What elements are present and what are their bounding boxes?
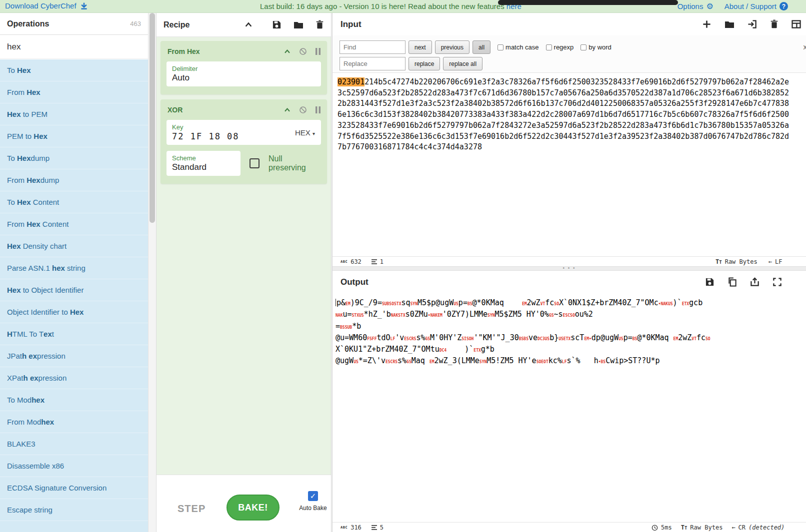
operation-item[interactable]: ECDSA Signature Conversion (0, 477, 148, 499)
input-header: Input (332, 13, 806, 35)
bake-button[interactable]: BAKE! (226, 495, 280, 521)
operation-item[interactable]: XPath expression (0, 367, 148, 389)
operation-item[interactable]: Object Identifier to Hex (0, 301, 148, 323)
operations-search-input[interactable] (7, 42, 141, 52)
input-title: Input (340, 19, 362, 29)
control-char: DC4 (440, 348, 446, 353)
collapse-op-icon[interactable] (284, 48, 291, 55)
eol-arrow-icon: ← (732, 524, 735, 531)
output-footer: ABC316 5 5ms TTRaw Bytes ←CR(detected) (332, 522, 806, 532)
recipe-op-xor[interactable]: XOR Key 72 1F 18 08 HEX ▾ (160, 99, 327, 184)
key-type-dropdown[interactable]: HEX ▾ (295, 128, 315, 137)
control-char: US (454, 302, 458, 306)
control-char: SO (706, 337, 710, 341)
output-encoding-selector[interactable]: TTRaw Bytes (681, 524, 723, 531)
control-char: US (618, 337, 624, 341)
operation-item[interactable]: Hex to PEM (0, 103, 148, 125)
control-char: EM (674, 337, 678, 341)
find-all-button[interactable]: all (472, 40, 490, 54)
load-recipe-folder-icon[interactable] (294, 20, 304, 29)
operations-header: Operations 463 (0, 13, 148, 35)
move-output-to-input-icon[interactable] (750, 277, 760, 287)
match-case-checkbox[interactable] (498, 44, 504, 50)
input-encoding-selector[interactable]: TTRaw Bytes (716, 258, 758, 265)
output-eol-selector[interactable]: ←CR(detected) (732, 524, 784, 531)
breakpoint-pause-icon[interactable] (315, 48, 321, 55)
operation-item[interactable]: To Hex (0, 59, 148, 81)
save-recipe-icon[interactable] (272, 20, 282, 29)
replace-all-button[interactable]: replace all (443, 57, 482, 70)
disable-op-icon[interactable] (299, 106, 307, 114)
operation-item[interactable]: Parse ASN.1 hex string (0, 257, 148, 279)
replace-button[interactable]: replace (408, 57, 440, 70)
control-char: BS (632, 337, 638, 341)
find-input[interactable] (340, 40, 406, 54)
null-preserving-checkbox[interactable] (250, 158, 260, 168)
about-support-link[interactable]: About / Support ? (724, 2, 788, 10)
open-file-import-icon[interactable] (748, 19, 757, 29)
control-char: EM (522, 302, 527, 306)
operation-item[interactable]: To Hexdump (0, 147, 148, 169)
regexp-checkbox[interactable] (546, 44, 552, 50)
operation-item[interactable]: Disassemble x86 (0, 455, 148, 477)
control-char: ESCRS (404, 337, 416, 341)
operation-item[interactable]: Escape string (0, 499, 148, 521)
replace-input[interactable] (340, 57, 406, 70)
clear-recipe-trash-icon[interactable] (316, 20, 324, 29)
xor-scheme-field[interactable]: Scheme Standard (166, 151, 240, 176)
by-word-label: by word (588, 43, 612, 51)
disable-op-icon[interactable] (299, 47, 307, 55)
operation-item[interactable]: PEM to Hex (0, 125, 148, 147)
auto-bake-checkbox[interactable]: ✓ (308, 491, 318, 501)
operation-item[interactable]: Hex Density chart (0, 235, 148, 257)
operation-item[interactable]: Hex to Object Identifier (0, 279, 148, 301)
recipe-op-from-hex[interactable]: From Hex Delimiter Auto (160, 41, 327, 94)
operation-item[interactable]: From Hex Content (0, 213, 148, 235)
reset-layout-icon[interactable] (792, 20, 801, 28)
recipe-list: From Hex Delimiter Auto XOR (156, 37, 331, 475)
by-word-checkbox[interactable] (580, 44, 586, 50)
find-next-button[interactable]: next (408, 40, 432, 54)
close-find-button[interactable]: x (804, 42, 806, 51)
clear-io-trash-icon[interactable] (770, 19, 778, 29)
operations-scrollbar[interactable] (148, 13, 156, 532)
operation-item[interactable]: JPath expression (0, 345, 148, 367)
auto-bake-label: Auto Bake (298, 505, 328, 512)
input-highlight: 023901 (338, 77, 364, 86)
scrollbar-thumb[interactable] (150, 13, 155, 223)
control-char: SISOH (462, 337, 474, 341)
operation-item[interactable]: BLAKE3 (0, 433, 148, 455)
output-text[interactable]: p&EM)9C_/9=SUBSOSTXsqSYNM5$p@ugWUSp=BS@*… (332, 293, 806, 521)
collapse-recipe-icon[interactable] (244, 20, 253, 29)
copy-output-icon[interactable] (728, 277, 737, 287)
eol-arrow-icon: ← (768, 258, 772, 265)
add-input-plus-icon[interactable] (702, 19, 712, 29)
download-cyberchef-link[interactable]: Download CyberChef (5, 1, 88, 10)
step-button[interactable]: STEP (178, 503, 206, 515)
control-char: BSBS (519, 337, 528, 341)
operation-item[interactable]: HTML To Text (0, 323, 148, 345)
save-output-icon[interactable] (705, 277, 714, 287)
options-button[interactable]: Options ⚙ (678, 1, 714, 11)
operations-search-row (0, 35, 148, 59)
operation-item[interactable]: From Hexdump (0, 169, 148, 191)
input-eol-selector[interactable]: ←LF (768, 258, 782, 265)
control-char: NAKSTX (391, 313, 406, 318)
operation-item[interactable]: From Hex (0, 81, 148, 103)
input-text[interactable]: 023901214b5c47274b220206706c691e3f2a3c78… (332, 73, 806, 253)
delimiter-field[interactable]: Delimiter Auto (166, 61, 321, 86)
io-splitter-handle[interactable]: • • • (332, 266, 806, 271)
input-footer: ABC632 1 TTRaw Bytes ←LF (332, 256, 806, 266)
operation-item[interactable]: To Modhex (0, 389, 148, 411)
maximise-output-icon[interactable] (772, 277, 782, 287)
find-previous-button[interactable]: previous (435, 40, 470, 54)
breakpoint-pause-icon[interactable] (315, 106, 321, 113)
collapse-op-icon[interactable] (284, 106, 291, 114)
control-char: VT (692, 337, 696, 341)
operation-item[interactable]: To Hex Content (0, 191, 148, 213)
xor-key-field[interactable]: Key 72 1F 18 08 HEX ▾ (166, 120, 321, 145)
control-char: GS (406, 360, 412, 364)
output-line: @ugWUS*=Z\'vESCRSs%GSMaq EM2wZ_3(LMMeSYN… (336, 356, 803, 367)
operation-item[interactable]: From Modhex (0, 411, 148, 433)
open-folder-icon[interactable] (724, 20, 734, 29)
